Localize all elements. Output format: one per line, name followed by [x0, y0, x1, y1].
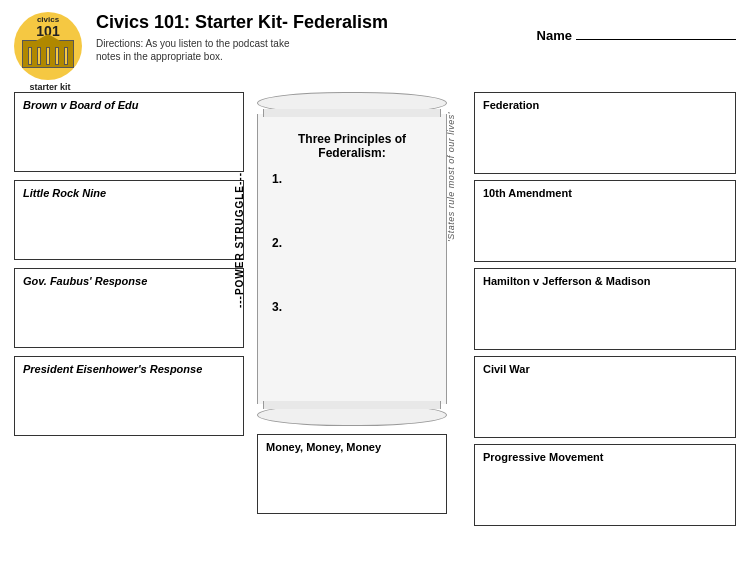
name-field: Name — [537, 28, 736, 43]
money-label: Money, Money, Money — [266, 441, 438, 453]
states-rule-text: 'States rule most of our lives' — [446, 112, 456, 242]
logo-label-text: starter kit — [14, 82, 86, 92]
name-underline — [576, 39, 736, 40]
center-column: ---POWER STRUGGLE--- Three Principles of… — [252, 92, 452, 526]
power-struggle-text: ---POWER STRUGGLE--- — [234, 172, 245, 308]
directions-text: Directions: As you listen to the podcast… — [96, 37, 296, 63]
header: civics 101 starter kit Civics 101: Start… — [14, 12, 736, 84]
federation-box: Federation — [474, 92, 736, 174]
hamilton-label: Hamilton v Jefferson & Madison — [483, 275, 727, 287]
scroll-container: Three Principles ofFederalism: 1. 2. 3. — [257, 92, 447, 426]
faubus-label: Gov. Faubus' Response — [23, 275, 235, 287]
civil-war-label: Civil War — [483, 363, 727, 375]
civil-war-box: Civil War — [474, 356, 736, 438]
brown-v-board-label: Brown v Board of Edu — [23, 99, 235, 111]
main-layout: Brown v Board of Edu Little Rock Nine Go… — [14, 92, 736, 526]
brown-v-board-box: Brown v Board of Edu — [14, 92, 244, 172]
little-rock-box: Little Rock Nine — [14, 180, 244, 260]
logo-circle: civics 101 — [14, 12, 82, 80]
eisenhower-label: President Eisenhower's Response — [23, 363, 235, 375]
little-rock-label: Little Rock Nine — [23, 187, 235, 199]
scroll-title: Three Principles ofFederalism: — [272, 132, 432, 160]
name-label: Name — [537, 28, 572, 43]
left-column: Brown v Board of Edu Little Rock Nine Go… — [14, 92, 244, 526]
federation-label: Federation — [483, 99, 727, 111]
page: civics 101 starter kit Civics 101: Start… — [0, 0, 750, 580]
scroll-bottom — [257, 404, 447, 426]
scroll-item-1: 1. — [272, 172, 432, 186]
scroll-body: Three Principles ofFederalism: 1. 2. 3. — [257, 114, 447, 404]
tenth-amendment-label: 10th Amendment — [483, 187, 727, 199]
money-box: Money, Money, Money — [257, 434, 447, 514]
eisenhower-box: President Eisenhower's Response — [14, 356, 244, 436]
logo: civics 101 starter kit — [14, 12, 86, 84]
scroll-item-3: 3. — [272, 300, 432, 314]
scroll-top — [257, 92, 447, 114]
tenth-amendment-box: 10th Amendment — [474, 180, 736, 262]
scroll-item-2: 2. — [272, 236, 432, 250]
progressive-movement-box: Progressive Movement — [474, 444, 736, 526]
progressive-movement-label: Progressive Movement — [483, 451, 727, 463]
faubus-box: Gov. Faubus' Response — [14, 268, 244, 348]
right-column: 'States rule most of our lives' Federati… — [460, 92, 736, 526]
hamilton-box: Hamilton v Jefferson & Madison — [474, 268, 736, 350]
